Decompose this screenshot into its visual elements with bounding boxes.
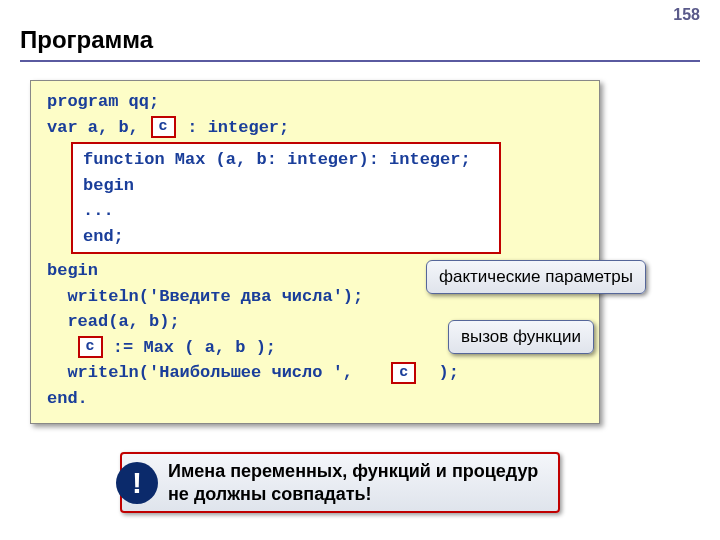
code-line: end. [47, 386, 583, 412]
code-line: writeln('Наибольшее число ', c ); [47, 360, 583, 386]
c-callout: c [391, 362, 416, 384]
exclamation-icon: ! [116, 462, 158, 504]
code-line: end; [83, 224, 489, 250]
warning-text: Имена переменных, функций и процедур не … [168, 461, 538, 504]
code-text: : integer; [177, 118, 289, 137]
callout-function-call: вызов функции [448, 320, 594, 354]
code-line: var a, b, c : integer; [47, 115, 583, 141]
slide-title: Программа [20, 26, 700, 62]
function-box: function Max (a, b: integer): integer; b… [71, 142, 501, 254]
code-block: program qq; var a, b, c : integer; funct… [30, 80, 600, 424]
c-callout: c [78, 336, 103, 358]
page-number: 158 [673, 6, 700, 24]
code-text: var a, b, [47, 118, 149, 137]
code-line: program qq; [47, 89, 583, 115]
code-line: function Max (a, b: integer): integer; [83, 147, 489, 173]
c-callout: c [151, 116, 176, 138]
warning-note: ! Имена переменных, функций и процедур н… [120, 452, 560, 513]
code-line: ... [83, 198, 489, 224]
code-line: begin [83, 173, 489, 199]
callout-actual-params: фактические параметры [426, 260, 646, 294]
